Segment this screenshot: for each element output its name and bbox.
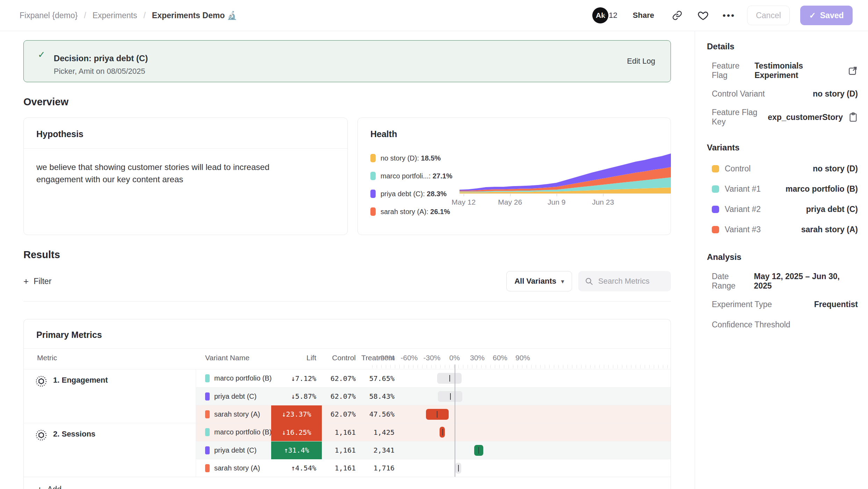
more-menu-icon[interactable]: ••• [721, 8, 737, 23]
avatar-overflow-count[interactable]: + 12 [602, 11, 617, 20]
metric-cell[interactable]: 1. Engagement [24, 369, 196, 423]
favorite-heart-icon[interactable] [695, 8, 711, 23]
minor-tick [595, 365, 595, 368]
legend-color-swatch [370, 154, 376, 162]
minor-tick [445, 365, 445, 368]
details-sidebar: Details Feature FlagTestimonials Experim… [695, 31, 868, 489]
add-filter-button[interactable]: + Filter [23, 276, 51, 287]
minor-tick [536, 365, 536, 368]
sidebar-row: Experiment TypeFrequentist [707, 298, 858, 311]
table-row[interactable]: marco portfolio (B)↓7.12%62.07%57.65% [196, 369, 671, 387]
sidebar-row-value: marco portfolio (B) [786, 184, 858, 194]
sidebar-row-label: Variant #3 [712, 225, 761, 234]
treatment-value: 1,425 [359, 428, 395, 437]
table-row[interactable]: marco portfolio (B)↓16.25%1,1611,425 [196, 423, 671, 441]
variant-color-swatch [712, 165, 719, 172]
metric-target-icon [35, 375, 48, 389]
legend-value: 18.5% [421, 154, 441, 162]
hypothesis-card: Hypothesis we believe that showing custo… [23, 118, 348, 235]
filter-button-label: Filter [34, 277, 51, 286]
legend-value: 27.1% [433, 172, 453, 180]
estimate-marker [437, 411, 437, 418]
search-metrics-input[interactable] [598, 277, 665, 286]
minor-tick [463, 365, 463, 368]
health-chart-x-axis: May 12May 26Jun 9Jun 23 [460, 193, 671, 207]
legend-color-swatch [370, 190, 376, 198]
minor-tick [563, 365, 563, 368]
minor-tick [522, 365, 522, 368]
minor-tick [586, 365, 586, 368]
cancel-button[interactable]: Cancel [747, 6, 790, 25]
minor-tick [599, 365, 600, 368]
lift-axis-label: -60% [400, 354, 418, 362]
confidence-interval-cell [395, 441, 671, 459]
saved-button[interactable]: ✓ Saved [800, 6, 853, 25]
minor-tick [395, 365, 395, 368]
breadcrumb-current: Experiments Demo 🔬 [152, 11, 237, 20]
metric-rows: marco portfolio (B)↓7.12%62.07%57.65%pri… [196, 369, 671, 423]
minor-tick [413, 365, 413, 368]
primary-metrics-title: Primary Metrics [24, 319, 671, 349]
add-metric-button[interactable]: + Add [37, 484, 671, 489]
breadcrumb-section[interactable]: Experiments [93, 11, 137, 20]
table-row[interactable]: sarah story (A)↓23.37%62.07%47.56% [196, 405, 671, 423]
analysis-title: Analysis [707, 252, 858, 262]
health-legend-item: priya debt (C): 28.3% [370, 190, 453, 198]
sidebar-row: Control Variantno story (D) [707, 87, 858, 100]
decision-title: Decision: priya debt (C) [54, 54, 627, 63]
metric-group: 1. Engagementmarco portfolio (B)↓7.12%62… [24, 369, 671, 423]
minor-tick [440, 365, 441, 368]
x-axis-tick-label: May 26 [498, 198, 522, 206]
table-row[interactable]: sarah story (A)↑4.54%1,1611,716 [196, 459, 671, 477]
minor-tick [372, 365, 372, 368]
variant-color-chip [205, 410, 210, 418]
minor-tick [454, 365, 454, 368]
metrics-table-header: Metric Variant Name Lift Control Treatme… [24, 349, 671, 369]
control-value: 1,161 [322, 446, 359, 454]
table-row[interactable]: priya debt (C)↓5.87%62.07%58.43% [196, 387, 671, 405]
legend-label: marco portfoli...: 27.1% [381, 172, 453, 180]
external-link-icon[interactable] [848, 66, 858, 76]
metric-cell[interactable]: 2. Sessions [24, 423, 196, 477]
column-header-variant: Variant Name [196, 349, 271, 369]
breadcrumb-root[interactable]: Fixpanel {demo} [20, 11, 78, 20]
minor-tick [645, 365, 645, 368]
variant-cell: priya debt (C) [196, 392, 271, 401]
sidebar-row-label: Variant #2 [712, 205, 761, 214]
minor-tick [622, 365, 622, 368]
hypothesis-text: we believe that showing customer stories… [24, 149, 324, 198]
check-icon: ✓ [809, 11, 816, 20]
clipboard-icon[interactable] [848, 112, 858, 122]
minor-tick [572, 365, 572, 368]
sidebar-row-label: Variant #1 [712, 184, 761, 194]
minor-tick [667, 365, 668, 368]
search-metrics-box[interactable] [578, 271, 671, 291]
minor-tick [640, 365, 641, 368]
minor-tick [499, 365, 500, 368]
minor-tick [590, 365, 591, 368]
sidebar-row: Variant #1marco portfolio (B) [707, 183, 858, 196]
sidebar-row-value: priya debt (C) [806, 205, 858, 214]
minor-tick [649, 365, 650, 368]
minor-tick [422, 365, 422, 368]
minor-tick [604, 365, 604, 368]
minor-tick [527, 365, 527, 368]
legend-label: no story (D): 18.5% [381, 154, 441, 162]
breadcrumb-separator: / [84, 11, 86, 20]
lift-cell: ↓23.37% [271, 405, 322, 423]
sidebar-row-label: Feature Flag Key [712, 108, 768, 127]
edit-log-button[interactable]: Edit Log [627, 57, 655, 66]
metric-rows: marco portfolio (B)↓16.25%1,1611,425priy… [196, 423, 671, 477]
add-metric-label: Add [47, 485, 62, 489]
minor-tick [513, 365, 513, 368]
share-button[interactable]: Share [628, 7, 659, 23]
minor-tick [377, 365, 377, 368]
lift-cell: ↑4.54% [271, 459, 322, 477]
copy-link-icon[interactable] [670, 8, 685, 23]
variant-color-chip [205, 464, 210, 472]
sidebar-row-label: Experiment Type [712, 300, 772, 309]
column-header-control: Control [322, 349, 359, 369]
table-row[interactable]: priya debt (C)↑31.4%1,1612,341 [196, 441, 671, 459]
variant-filter-dropdown[interactable]: All Variants ▾ [506, 271, 572, 291]
minor-tick [627, 365, 627, 368]
